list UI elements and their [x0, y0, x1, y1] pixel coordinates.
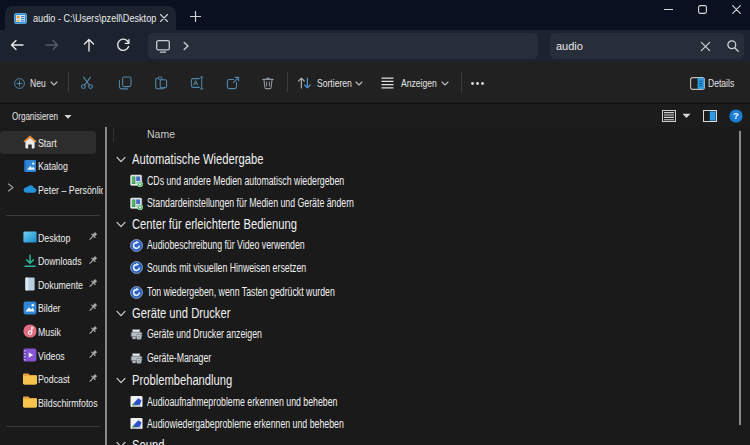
svg-text:?: ? — [733, 110, 739, 121]
